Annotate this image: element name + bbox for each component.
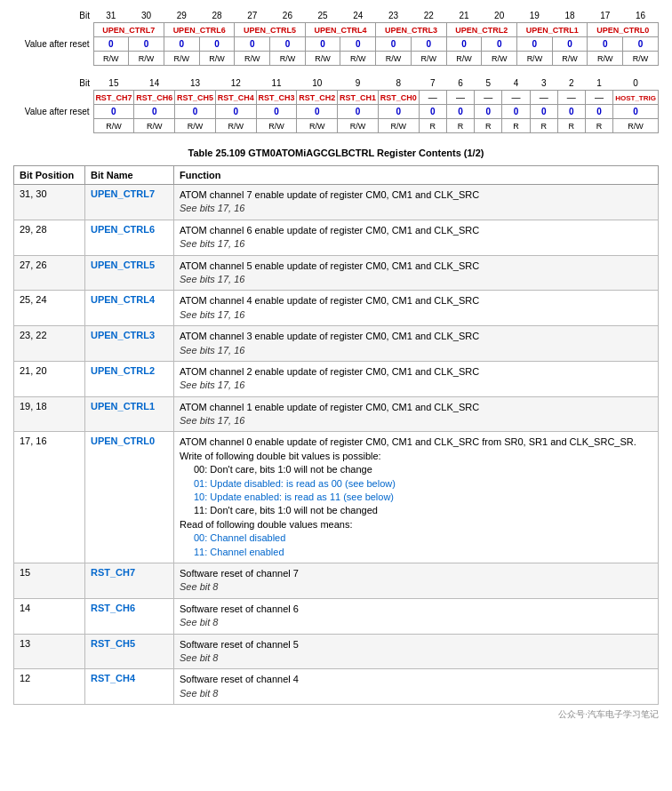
bit-name-upen-ctrl7: UPEN_CTRL7 <box>85 185 174 220</box>
val-15: 0 <box>93 105 134 119</box>
value-label-2: Value after reset <box>13 105 93 119</box>
val-13: 0 <box>175 105 216 119</box>
value-label-1: Value after reset <box>13 37 93 52</box>
field-upen-ctrl7: UPEN_CTRL7 <box>93 23 164 37</box>
bit-pos-15: 15 <box>14 563 85 598</box>
rw-5: R <box>475 119 502 133</box>
rw-27: R/W <box>235 52 270 66</box>
bit-21: 21 <box>446 9 482 23</box>
bit-name-rst-ch5: RST_CH5 <box>85 634 174 669</box>
register-contents-table: Bit Position Bit Name Function 31, 30 UP… <box>13 165 659 705</box>
func-rst-ch5: Software reset of channel 5 See bit 8 <box>174 634 659 669</box>
field-dash-7: — <box>419 91 446 105</box>
val-26: 0 <box>270 37 306 52</box>
bit-28: 28 <box>199 9 235 23</box>
val-12: 0 <box>215 105 256 119</box>
rw-31: R/W <box>93 52 129 66</box>
val-8: 0 <box>378 105 419 119</box>
field-rst-ch4: RST_CH4 <box>215 91 256 105</box>
val-28: 0 <box>199 37 235 52</box>
rw-23: R/W <box>376 52 412 66</box>
bit-pos-31-30: 31, 30 <box>14 185 85 220</box>
bit-23: 23 <box>376 9 412 23</box>
field-upen-ctrl4: UPEN_CTRL4 <box>305 23 375 37</box>
bit-0: 0 <box>613 76 659 91</box>
val-24: 0 <box>340 37 376 52</box>
col-header-bit-name: Bit Name <box>85 166 174 185</box>
rw-3: R <box>530 119 557 133</box>
rw-2: R <box>557 119 585 133</box>
bit-name-upen-ctrl4: UPEN_CTRL4 <box>85 291 174 326</box>
bit-16: 16 <box>623 9 659 23</box>
bit-8: 8 <box>378 76 419 91</box>
func-upen-ctrl1: ATOM channel 1 enable update of register… <box>174 396 659 432</box>
val-5: 0 <box>475 105 502 119</box>
col-header-bit-position: Bit Position <box>14 166 85 185</box>
val-9: 0 <box>338 105 379 119</box>
bit-14: 14 <box>134 76 175 91</box>
bit-10: 10 <box>297 76 338 91</box>
field-label-spacer-2 <box>13 91 93 105</box>
val-10: 0 <box>297 105 338 119</box>
val-11: 0 <box>256 105 297 119</box>
func-upen-ctrl2: ATOM channel 2 enable update of register… <box>174 361 659 396</box>
bit-24: 24 <box>340 9 376 23</box>
val-22: 0 <box>411 37 446 52</box>
bit-name-rst-ch6: RST_CH6 <box>85 598 174 634</box>
bit-13: 13 <box>175 76 216 91</box>
bit-name-upen-ctrl2: UPEN_CTRL2 <box>85 361 174 396</box>
bit-name-upen-ctrl6: UPEN_CTRL6 <box>85 220 174 255</box>
bit-31: 31 <box>93 9 129 23</box>
val-17: 0 <box>588 37 623 52</box>
bit-pos-19-18: 19, 18 <box>14 396 85 432</box>
func-rst-ch7: Software reset of channel 7 See bit 8 <box>174 563 659 598</box>
table-title: Table 25.109 GTM0ATOMiAGCGLBCTRL Registe… <box>13 148 659 158</box>
func-rst-ch6: Software reset of channel 6 See bit 8 <box>174 598 659 634</box>
bit-7: 7 <box>419 76 446 91</box>
rw-26: R/W <box>270 52 306 66</box>
val-14: 0 <box>134 105 175 119</box>
val-25: 0 <box>305 37 340 52</box>
rw-28: R/W <box>199 52 235 66</box>
val-3: 0 <box>530 105 557 119</box>
field-rst-ch7: RST_CH7 <box>93 91 134 105</box>
val-4: 0 <box>502 105 530 119</box>
rw-16: R/W <box>623 52 659 66</box>
val-7: 0 <box>419 105 446 119</box>
val-1: 0 <box>585 105 612 119</box>
rw-14: R/W <box>134 119 175 133</box>
rw-10: R/W <box>297 119 338 133</box>
bit-pos-23-22: 23, 22 <box>14 326 85 362</box>
val-19: 0 <box>517 37 553 52</box>
bit-27: 27 <box>235 9 270 23</box>
field-dash-1: — <box>585 91 612 105</box>
rw-1: R <box>585 119 612 133</box>
val-29: 0 <box>164 37 199 52</box>
rw-13: R/W <box>175 119 216 133</box>
bit-2: 2 <box>557 76 585 91</box>
rw-22: R/W <box>411 52 446 66</box>
bit-4: 4 <box>502 76 530 91</box>
bit-name-upen-ctrl0: UPEN_CTRL0 <box>85 432 174 563</box>
field-upen-ctrl2: UPEN_CTRL2 <box>446 23 516 37</box>
field-upen-ctrl6: UPEN_CTRL6 <box>164 23 234 37</box>
val-20: 0 <box>482 37 517 52</box>
bit-name-upen-ctrl5: UPEN_CTRL5 <box>85 255 174 291</box>
bit-9: 9 <box>338 76 379 91</box>
bit-label-2: Bit <box>13 76 93 91</box>
bit-name-upen-ctrl3: UPEN_CTRL3 <box>85 326 174 362</box>
rw-11: R/W <box>256 119 297 133</box>
rw-17: R/W <box>588 52 623 66</box>
rw-18: R/W <box>552 52 588 66</box>
bit-pos-21-20: 21, 20 <box>14 361 85 396</box>
field-rst-ch5: RST_CH5 <box>175 91 216 105</box>
table-row: 15 RST_CH7 Software reset of channel 7 S… <box>14 563 659 598</box>
val-0: 0 <box>613 105 659 119</box>
rw-6: R <box>446 119 474 133</box>
rw-label-1 <box>13 52 93 66</box>
rw-20: R/W <box>482 52 517 66</box>
bit-12: 12 <box>215 76 256 91</box>
bit-diagram-table-1: Bit 31 30 29 28 27 26 25 24 23 22 21 20 … <box>13 9 659 66</box>
bit-11: 11 <box>256 76 297 91</box>
rw-4: R <box>502 119 530 133</box>
